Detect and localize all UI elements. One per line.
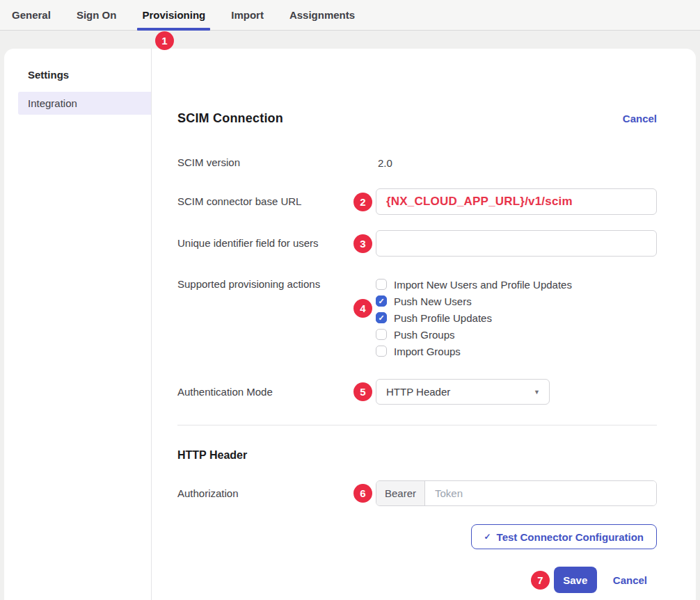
step-badge-1: 1 (155, 31, 174, 50)
checkbox-row-push-groups[interactable]: ✓ Push Groups (376, 326, 657, 343)
test-connector-button-label: Test Connector Configuration (497, 531, 644, 543)
cancel-link-bottom[interactable]: Cancel (613, 574, 647, 586)
checkbox-import-groups[interactable]: ✓ (376, 346, 387, 357)
provisioning-settings-page: General Sign On Provisioning Import Assi… (0, 0, 700, 600)
step-badge-7: 7 (531, 571, 550, 590)
checkbox-label: Push New Users (394, 295, 472, 307)
auth-mode-selected-value: HTTP Header (386, 386, 450, 398)
checkmark-icon: ✓ (378, 298, 384, 305)
unique-id-input[interactable] (376, 230, 657, 257)
tab-assignments[interactable]: Assignments (289, 0, 355, 30)
tab-general[interactable]: General (12, 0, 51, 30)
app-tab-bar: General Sign On Provisioning Import Assi… (0, 0, 700, 31)
auth-mode-select[interactable]: HTTP Header ▼ (376, 379, 550, 405)
authorization-input-group: Bearer (376, 480, 657, 506)
bearer-prefix: Bearer (376, 481, 425, 505)
scim-connection-panel: SCIM Connection Cancel SCIM version 2.0 … (152, 49, 696, 600)
checkbox-label: Import New Users and Profile Updates (394, 279, 572, 291)
checkbox-label: Push Profile Updates (394, 312, 492, 324)
checkmark-icon: ✓ (378, 314, 384, 322)
cancel-link-top[interactable]: Cancel (623, 113, 657, 124)
tab-import[interactable]: Import (231, 0, 264, 30)
checkbox-push-new-users[interactable]: ✓ (376, 295, 387, 307)
checkbox-import-users-updates[interactable]: ✓ (376, 279, 387, 290)
save-button[interactable]: Save (554, 567, 597, 593)
settings-sidebar: Settings Integration (4, 49, 152, 600)
tab-sign-on[interactable]: Sign On (77, 0, 117, 30)
scim-version-value: 2.0 (378, 157, 392, 169)
check-icon: ✓ (484, 532, 491, 542)
http-header-section-title: HTTP Header (177, 449, 657, 462)
sidebar-header-settings: Settings (4, 68, 151, 82)
base-url-input[interactable] (376, 188, 657, 215)
tab-provisioning[interactable]: Provisioning (142, 0, 205, 30)
base-url-label: SCIM connector base URL (177, 195, 350, 209)
content-card: Settings Integration SCIM Connection Can… (4, 49, 696, 600)
step-badge-6: 6 (353, 484, 372, 503)
checkbox-push-groups[interactable]: ✓ (376, 329, 387, 340)
step-badge-4: 4 (353, 299, 372, 318)
step-badge-5: 5 (353, 382, 372, 401)
chevron-down-icon: ▼ (534, 389, 540, 396)
checkbox-push-profile-updates[interactable]: ✓ (376, 312, 387, 323)
sidebar-item-integration[interactable]: Integration (18, 92, 151, 115)
checkbox-row-import-users-updates[interactable]: ✓ Import New Users and Profile Updates (376, 276, 657, 293)
checkbox-row-push-profile-updates[interactable]: ✓ Push Profile Updates (376, 309, 657, 326)
checkbox-label: Push Groups (394, 329, 455, 341)
token-input[interactable] (425, 481, 656, 505)
test-connector-button[interactable]: ✓ Test Connector Configuration (471, 524, 657, 549)
authorization-label: Authorization (177, 487, 350, 501)
checkbox-row-import-groups[interactable]: ✓ Import Groups (376, 343, 657, 359)
section-divider (177, 425, 657, 425)
page-title: SCIM Connection (177, 111, 283, 126)
auth-mode-label: Authentication Mode (177, 385, 350, 399)
provisioning-actions-label: Supported provisioning actions (177, 276, 350, 293)
checkbox-label: Import Groups (394, 346, 461, 357)
unique-id-label: Unique identifier field for users (177, 236, 350, 250)
scim-version-label: SCIM version (177, 156, 350, 170)
step-badge-3: 3 (353, 234, 372, 253)
step-badge-2: 2 (353, 193, 372, 211)
checkbox-row-push-new-users[interactable]: ✓ Push New Users (376, 293, 657, 309)
